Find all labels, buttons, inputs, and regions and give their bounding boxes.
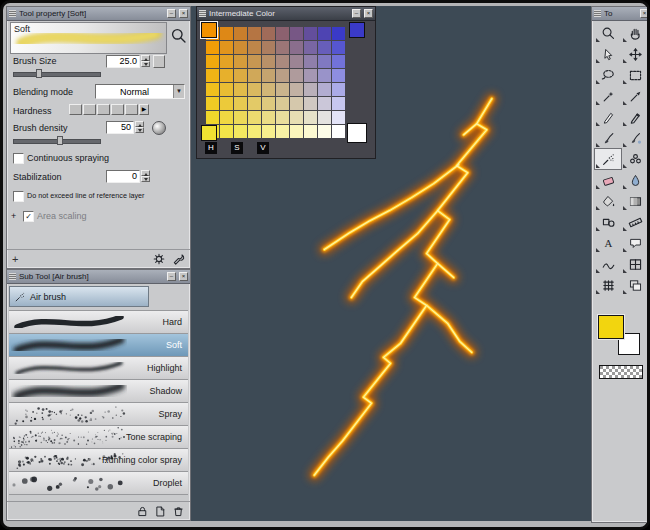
color-cell[interactable] (206, 111, 219, 124)
hardness-level-2[interactable] (83, 104, 96, 115)
color-cell[interactable] (248, 41, 261, 54)
color-cell[interactable] (234, 125, 247, 138)
color-cell[interactable] (248, 83, 261, 96)
hardness-more-icon[interactable]: ▶ (139, 104, 149, 115)
foreground-color-swatch[interactable] (598, 315, 624, 339)
color-cell[interactable] (206, 83, 219, 96)
brush-tool[interactable] (595, 128, 621, 148)
subtool-item-running-color-spray[interactable]: Running color spray (9, 449, 188, 472)
panel-menu-icon[interactable] (594, 10, 601, 17)
blend-tool[interactable] (622, 170, 648, 190)
color-cell[interactable] (248, 55, 261, 68)
transparent-color-swatch[interactable] (599, 365, 643, 379)
color-cell[interactable] (290, 125, 303, 138)
reference-layer-checkbox[interactable] (13, 191, 24, 202)
subtool-item-soft[interactable]: Soft (9, 334, 188, 357)
color-cell[interactable] (304, 83, 317, 96)
corner-swatch-br[interactable] (347, 123, 367, 143)
pen-tool[interactable] (595, 107, 621, 127)
color-cell[interactable] (220, 111, 233, 124)
subtool-item-shadow[interactable]: Shadow (9, 380, 188, 403)
color-cell[interactable] (276, 97, 289, 110)
color-cell[interactable] (332, 41, 345, 54)
trash-icon[interactable] (172, 505, 185, 518)
subtool-item-hard[interactable]: Hard (9, 311, 188, 334)
hardness-level-5[interactable] (125, 104, 138, 115)
corner-swatch-tr[interactable] (349, 22, 365, 38)
color-cell[interactable] (248, 27, 261, 40)
panel-menu-icon[interactable] (9, 10, 16, 17)
subtool-item-highlight[interactable]: Highlight (9, 357, 188, 380)
color-cell[interactable] (276, 111, 289, 124)
close-icon[interactable]: × (640, 9, 649, 18)
area-scaling-expander[interactable]: + (11, 211, 16, 221)
pen-pressure-icon[interactable] (152, 121, 166, 135)
wrench-icon[interactable] (171, 252, 185, 266)
color-cell[interactable] (234, 27, 247, 40)
marquee-tool[interactable] (622, 65, 648, 85)
hardness-level-4[interactable] (111, 104, 124, 115)
minimize-icon[interactable]: – (352, 9, 361, 18)
color-cell[interactable] (304, 27, 317, 40)
subtool-group-tab[interactable]: Air brush (9, 286, 149, 307)
color-cell[interactable] (290, 27, 303, 40)
value-button[interactable]: V (257, 142, 269, 154)
color-cell[interactable] (262, 55, 275, 68)
hardness-level-1[interactable] (69, 104, 82, 115)
auto-select-tool[interactable] (595, 86, 621, 106)
intermediate-color-titlebar[interactable]: Intermediate Color – × (197, 7, 375, 21)
color-cell[interactable] (220, 125, 233, 138)
blending-mode-dropdown[interactable]: Normal ▼ (95, 84, 185, 99)
color-cell[interactable] (220, 69, 233, 82)
preview-magnifier-icon[interactable] (170, 27, 188, 45)
watercolor-tool[interactable] (622, 128, 648, 148)
chevron-down-icon[interactable]: ▼ (173, 85, 184, 98)
color-cell[interactable] (220, 55, 233, 68)
color-cell[interactable] (332, 83, 345, 96)
color-cell[interactable] (206, 41, 219, 54)
new-subtool-icon[interactable] (154, 505, 167, 518)
color-cell[interactable] (262, 83, 275, 96)
color-cell[interactable] (248, 97, 261, 110)
subtool-item-spray[interactable]: Spray (9, 403, 188, 426)
brush-density-spinner[interactable] (135, 121, 144, 133)
color-cell[interactable] (234, 97, 247, 110)
sub-view-tool[interactable] (622, 275, 648, 295)
color-cell[interactable] (304, 97, 317, 110)
ruler-tool[interactable] (622, 212, 648, 232)
color-cell[interactable] (318, 97, 331, 110)
lasso-tool[interactable] (595, 65, 621, 85)
color-cell[interactable] (234, 83, 247, 96)
panel-menu-icon[interactable] (9, 273, 16, 280)
color-cell[interactable] (262, 97, 275, 110)
tools-titlebar[interactable]: To × (592, 7, 650, 21)
color-cell[interactable] (262, 69, 275, 82)
color-cell[interactable] (220, 83, 233, 96)
airbrush-tool[interactable] (595, 149, 621, 169)
panel-menu-icon[interactable] (199, 10, 206, 17)
color-cell[interactable] (318, 55, 331, 68)
object-tool[interactable] (595, 44, 621, 64)
tool-property-titlebar[interactable]: Tool property [Soft] – × (7, 7, 190, 21)
color-cell[interactable] (262, 125, 275, 138)
color-cell[interactable] (304, 111, 317, 124)
color-cell[interactable] (318, 111, 331, 124)
close-icon[interactable]: × (179, 272, 188, 281)
color-cell[interactable] (290, 111, 303, 124)
color-cell[interactable] (332, 69, 345, 82)
color-cell[interactable] (304, 69, 317, 82)
area-scaling-checkbox[interactable]: ✓ (23, 211, 34, 222)
color-cell[interactable] (304, 41, 317, 54)
color-cell[interactable] (332, 125, 345, 138)
lock-icon[interactable] (136, 505, 149, 518)
color-cell[interactable] (262, 27, 275, 40)
color-cell[interactable] (290, 97, 303, 110)
color-cell[interactable] (276, 83, 289, 96)
color-cell[interactable] (234, 111, 247, 124)
continuous-spraying-checkbox[interactable] (13, 153, 24, 164)
gear-icon[interactable] (152, 252, 166, 266)
brush-density-value[interactable]: 50 (106, 121, 134, 134)
minimize-icon[interactable]: – (167, 272, 176, 281)
line-correct-tool[interactable] (595, 254, 621, 274)
sub-tool-titlebar[interactable]: Sub Tool [Air brush] – × (7, 270, 190, 284)
